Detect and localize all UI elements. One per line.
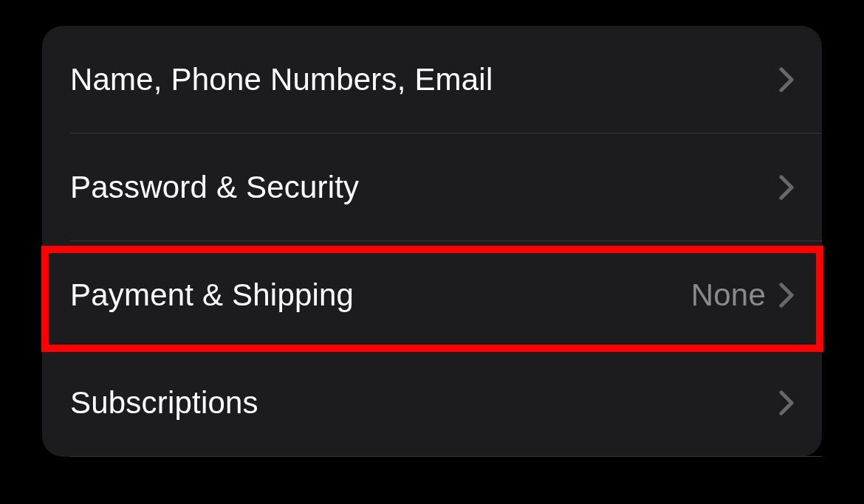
chevron-right-icon: [779, 390, 794, 415]
settings-group: Name, Phone Numbers, Email Password & Se…: [42, 26, 822, 457]
row-value: None: [691, 277, 766, 313]
row-label: Subscriptions: [70, 385, 258, 421]
row-subscriptions[interactable]: Subscriptions: [42, 349, 822, 457]
row-name-phone-email[interactable]: Name, Phone Numbers, Email: [42, 26, 822, 134]
chevron-right-icon: [779, 175, 794, 200]
row-payment-shipping[interactable]: Payment & Shipping None: [42, 241, 822, 349]
chevron-right-icon: [779, 283, 794, 308]
row-right: [779, 175, 794, 200]
row-right: None: [691, 277, 794, 313]
row-password-security[interactable]: Password & Security: [42, 134, 822, 241]
row-label: Payment & Shipping: [70, 277, 354, 313]
row-label: Name, Phone Numbers, Email: [70, 62, 493, 97]
row-label: Password & Security: [70, 170, 359, 205]
row-right: [779, 390, 794, 415]
chevron-right-icon: [779, 67, 794, 92]
row-right: [779, 67, 794, 92]
